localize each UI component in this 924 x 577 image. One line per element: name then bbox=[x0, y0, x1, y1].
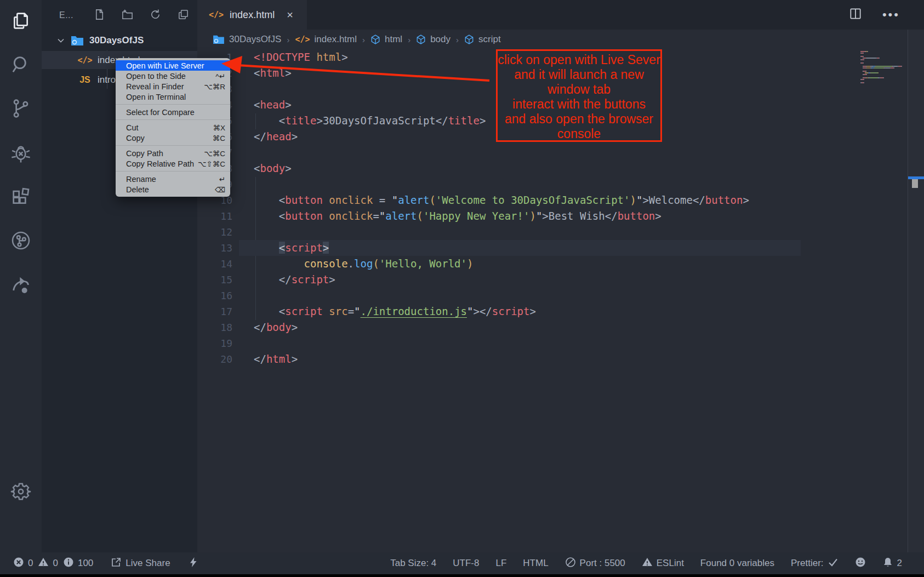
bell-icon bbox=[882, 557, 893, 570]
status-item-0[interactable]: 0 bbox=[38, 557, 58, 570]
menu-item-rename[interactable]: Rename↵ bbox=[116, 174, 230, 184]
menu-item-reveal-in-finder[interactable]: Reveal in Finder⌥⌘R bbox=[116, 81, 230, 92]
menu-item-open-with-live-server[interactable]: Open with Live Server bbox=[116, 60, 230, 71]
explorer-title: E... bbox=[59, 10, 73, 20]
code-line-14[interactable]: 14 console.log('Hello, World') bbox=[197, 256, 924, 272]
tree-root-label: 30DaysOfJS bbox=[89, 35, 144, 46]
status-item-port-5500[interactable]: Port : 5500 bbox=[565, 557, 625, 570]
status-item-100[interactable]: 100 bbox=[63, 557, 93, 570]
breadcrumb-item-body[interactable]: body bbox=[416, 34, 450, 45]
code-line-9[interactable]: 9 bbox=[197, 176, 924, 192]
status-item-0[interactable]: 0 bbox=[13, 557, 33, 570]
code-line-11[interactable]: 11 <button onclick="alert('Happy New Yea… bbox=[197, 208, 924, 224]
menu-shortcut: ⌘C bbox=[213, 134, 225, 142]
line-number: 18 bbox=[197, 319, 232, 335]
lightning-icon bbox=[188, 557, 199, 570]
status-item-utf-8[interactable]: UTF-8 bbox=[453, 558, 479, 569]
breadcrumb-item-index-html[interactable]: </>index.html bbox=[295, 34, 357, 45]
activity-gitlens-button[interactable] bbox=[0, 224, 42, 259]
activity-search-button[interactable] bbox=[0, 48, 42, 83]
menu-item-copy-path[interactable]: Copy Path⌥⌘C bbox=[116, 148, 230, 158]
breadcrumb-item-30daysofjs[interactable]: 30DaysOfJS bbox=[213, 34, 281, 45]
live-share-icon bbox=[111, 557, 122, 570]
activity-run-debug-button[interactable] bbox=[0, 136, 42, 172]
code-line-18[interactable]: 18</body> bbox=[197, 319, 924, 335]
window-bottom-edge bbox=[0, 574, 924, 577]
code-line-20[interactable]: 20</html> bbox=[197, 351, 924, 367]
gitlens-icon bbox=[10, 230, 32, 254]
settings-gear-button[interactable] bbox=[0, 475, 42, 510]
activity-source-control-button[interactable] bbox=[0, 92, 42, 127]
status-item-tab-size-4[interactable]: Tab Size: 4 bbox=[390, 558, 436, 569]
breadcrumb-separator: › bbox=[408, 35, 410, 44]
collapse-all-icon[interactable] bbox=[177, 8, 190, 23]
tab-index-html[interactable]: </> index.html × bbox=[197, 0, 307, 30]
check-icon bbox=[828, 557, 839, 570]
status-item-html[interactable]: HTML bbox=[523, 558, 548, 569]
js-file-icon: JS bbox=[77, 75, 93, 85]
status-item-live-share[interactable]: Live Share bbox=[111, 557, 170, 570]
context-menu: Open with Live ServerOpen to the Side^↵R… bbox=[116, 58, 230, 197]
status-item-prettier[interactable]: Prettier: bbox=[791, 557, 839, 570]
line-number: 17 bbox=[197, 304, 232, 319]
status-item-2[interactable]: 2 bbox=[882, 557, 902, 570]
html-file-icon: </> bbox=[77, 55, 93, 65]
code-line-15[interactable]: 15 </script> bbox=[197, 272, 924, 288]
chevron-down-icon bbox=[56, 36, 65, 45]
status-item-lightning-icon[interactable] bbox=[188, 557, 199, 570]
activity-extensions-button[interactable] bbox=[0, 180, 42, 215]
info-icon bbox=[63, 557, 74, 570]
vscode-window: E... 30DaysOfJS </> index.html JS introd… bbox=[0, 0, 924, 577]
menu-item-select-for-compare[interactable]: Select for Compare bbox=[116, 107, 230, 117]
status-item-eslint[interactable]: ESLint bbox=[642, 557, 684, 570]
refresh-icon[interactable] bbox=[149, 8, 162, 23]
breadcrumb-separator: › bbox=[287, 35, 289, 44]
code-line-10[interactable]: 10 <button onclick = "alert('Welcome to … bbox=[197, 192, 924, 208]
code-line-12[interactable]: 12 bbox=[197, 224, 924, 240]
code-line-13[interactable]: 13 <script> bbox=[197, 240, 924, 256]
code-line-7[interactable]: 7 bbox=[197, 145, 924, 161]
files-icon bbox=[10, 10, 32, 34]
menu-item-copy[interactable]: Copy⌘C bbox=[116, 133, 230, 143]
editor-scrollbar bbox=[908, 30, 924, 552]
menu-item-open-to-the-side[interactable]: Open to the Side^↵ bbox=[116, 71, 230, 81]
html-file-icon: </> bbox=[209, 10, 224, 20]
menu-separator bbox=[116, 104, 230, 105]
code-line-16[interactable]: 16 bbox=[197, 288, 924, 304]
status-item-smiley-icon[interactable] bbox=[855, 557, 866, 570]
line-number: 20 bbox=[197, 351, 232, 367]
blocked-icon bbox=[565, 557, 576, 570]
menu-item-cut[interactable]: Cut⌘X bbox=[116, 122, 230, 133]
minimap[interactable] bbox=[860, 51, 908, 83]
menu-item-open-in-terminal[interactable]: Open in Terminal bbox=[116, 92, 230, 102]
menu-shortcut: ^↵ bbox=[215, 72, 225, 81]
new-file-icon[interactable] bbox=[93, 8, 106, 23]
code-line-19[interactable]: 19 bbox=[197, 335, 924, 351]
close-icon[interactable]: × bbox=[287, 9, 293, 21]
activity-explorer-button[interactable] bbox=[0, 4, 42, 39]
breadcrumb-item-script[interactable]: script bbox=[464, 34, 501, 45]
menu-item-delete[interactable]: Delete⌫ bbox=[116, 184, 230, 195]
breadcrumb-item-html[interactable]: html bbox=[370, 34, 402, 45]
new-folder-icon[interactable] bbox=[121, 8, 134, 23]
tree-root-30daysofjs[interactable]: 30DaysOfJS bbox=[42, 32, 197, 49]
annotation-text-line: and also open the browser bbox=[498, 112, 660, 127]
status-item-lf[interactable]: LF bbox=[495, 558, 506, 569]
breadcrumb: 30DaysOfJS›</>index.html›html›body›scrip… bbox=[197, 30, 924, 49]
cube-icon bbox=[370, 35, 380, 44]
activity-live-share-button[interactable] bbox=[0, 268, 42, 304]
error-icon bbox=[13, 557, 24, 570]
scrollbar-thumb[interactable] bbox=[912, 179, 918, 188]
split-editor-icon[interactable] bbox=[848, 7, 863, 23]
warning-icon bbox=[38, 557, 49, 570]
menu-item-copy-relative-path[interactable]: Copy Relative Path⌥⇧⌘C bbox=[116, 158, 230, 169]
folder-icon bbox=[213, 35, 225, 44]
code-line-17[interactable]: 17 <script src="./introduction.js"></scr… bbox=[197, 304, 924, 319]
more-actions-icon[interactable]: ••• bbox=[882, 8, 900, 22]
line-number: 15 bbox=[197, 272, 232, 288]
menu-shortcut: ⌘X bbox=[213, 123, 225, 132]
tab-label: index.html bbox=[230, 9, 275, 21]
code-line-8[interactable]: 8<body> bbox=[197, 161, 924, 176]
menu-shortcut: ⌥⌘C bbox=[204, 149, 225, 158]
status-item-found-0-variables[interactable]: Found 0 variables bbox=[700, 558, 774, 569]
